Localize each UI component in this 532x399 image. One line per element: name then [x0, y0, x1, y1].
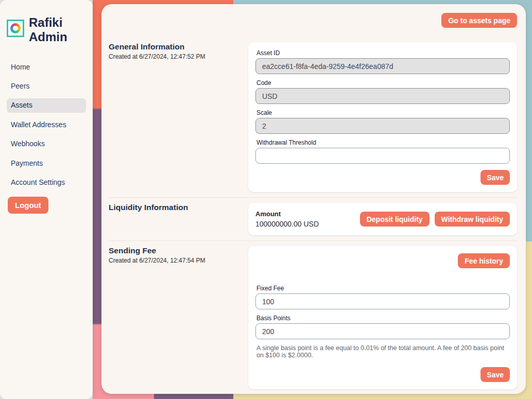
- sidebar-item-payments[interactable]: Payments: [7, 157, 86, 170]
- withdrawal-threshold-input[interactable]: [255, 148, 510, 164]
- general-save-button[interactable]: Save: [480, 170, 510, 185]
- general-information-panel: Asset ID Code Scale Withdrawal Threshold…: [248, 42, 517, 192]
- go-to-assets-page-button[interactable]: Go to assets page: [441, 13, 517, 28]
- general-information-title: General Information: [109, 42, 248, 51]
- sending-fee-save-row: Save: [255, 367, 510, 382]
- asset-id-input: [255, 58, 510, 74]
- content-card: Go to assets page General Information Cr…: [101, 4, 526, 394]
- liquidity-information-title: Liquidity Information: [109, 203, 248, 212]
- rafiki-logo-icon: [7, 20, 24, 37]
- code-input: [255, 88, 510, 104]
- fixed-fee-input[interactable]: [255, 293, 510, 309]
- liquidity-information-section: Liquidity Information Amount 100000000.0…: [109, 203, 517, 235]
- section-divider: [109, 197, 517, 198]
- sending-fee-created-at: Created at 6/27/2024, 12:47:54 PM: [109, 257, 248, 264]
- asset-id-field-group: Asset ID: [255, 49, 510, 74]
- brand-title: Rafiki Admin: [29, 15, 67, 45]
- withdrawal-threshold-label: Withdrawal Threshold: [256, 139, 510, 146]
- sidebar: Rafiki Admin Home Peers Assets Wallet Ad…: [0, 0, 93, 399]
- rafiki-logo-ring: [10, 23, 21, 33]
- sending-fee-panel: Fee history Fixed Fee Basis Points A sin…: [248, 246, 517, 389]
- main-area: Go to assets page General Information Cr…: [93, 0, 532, 399]
- liquidity-information-head: Liquidity Information: [109, 203, 248, 212]
- sending-fee-head: Sending Fee Created at 6/27/2024, 12:47:…: [109, 246, 248, 264]
- sidebar-item-peers[interactable]: Peers: [7, 79, 86, 93]
- general-created-at: Created at 6/27/2024, 12:47:52 PM: [109, 53, 248, 60]
- fixed-fee-label: Fixed Fee: [256, 285, 510, 292]
- logout-button[interactable]: Logout: [8, 197, 48, 214]
- asset-id-label: Asset ID: [256, 49, 510, 57]
- fixed-fee-field-group: Fixed Fee: [255, 285, 510, 309]
- code-field-group: Code: [255, 79, 510, 104]
- brand: Rafiki Admin: [7, 15, 86, 45]
- basis-points-input[interactable]: [255, 323, 510, 339]
- sidebar-item-assets[interactable]: Assets: [7, 98, 86, 112]
- scale-label: Scale: [256, 109, 510, 116]
- scale-input: [255, 118, 510, 134]
- sidebar-item-wallet-addresses[interactable]: Wallet Addresses: [7, 118, 86, 132]
- general-information-head: General Information Created at 6/27/2024…: [109, 42, 248, 60]
- general-information-section: General Information Created at 6/27/2024…: [109, 42, 517, 192]
- deposit-liquidity-button[interactable]: Deposit liquidity: [360, 212, 430, 227]
- topbar: Go to assets page: [109, 13, 517, 28]
- liquidity-amount-block: Amount 100000000.00 USD: [255, 210, 319, 228]
- withdraw-liquidity-button[interactable]: Withdraw liquidity: [435, 212, 510, 227]
- liquidity-panel: Amount 100000000.00 USD Deposit liquidit…: [248, 203, 517, 235]
- general-save-row: Save: [255, 170, 510, 185]
- section-divider: [109, 240, 517, 241]
- scale-field-group: Scale: [255, 109, 510, 134]
- sending-fee-section: Sending Fee Created at 6/27/2024, 12:47:…: [109, 246, 517, 389]
- basis-points-field-group: Basis Points: [255, 315, 510, 339]
- sending-fee-save-button[interactable]: Save: [480, 367, 510, 382]
- sidebar-nav: Home Peers Assets Wallet Addresses Webho…: [7, 60, 86, 190]
- basis-points-label: Basis Points: [256, 315, 510, 322]
- withdrawal-threshold-field-group: Withdrawal Threshold: [255, 139, 510, 164]
- amount-value: 100000000.00 USD: [255, 220, 319, 228]
- sidebar-item-webhooks[interactable]: Webhooks: [7, 137, 86, 151]
- sending-fee-title: Sending Fee: [109, 246, 248, 255]
- fee-history-row: Fee history: [255, 253, 510, 268]
- sidebar-item-home[interactable]: Home: [7, 60, 86, 74]
- amount-label: Amount: [255, 210, 319, 218]
- sidebar-item-account-settings[interactable]: Account Settings: [7, 176, 86, 189]
- code-label: Code: [256, 79, 510, 86]
- fee-history-button[interactable]: Fee history: [458, 253, 510, 268]
- basis-points-hint: A single basis point is a fee equal to 0…: [256, 344, 510, 359]
